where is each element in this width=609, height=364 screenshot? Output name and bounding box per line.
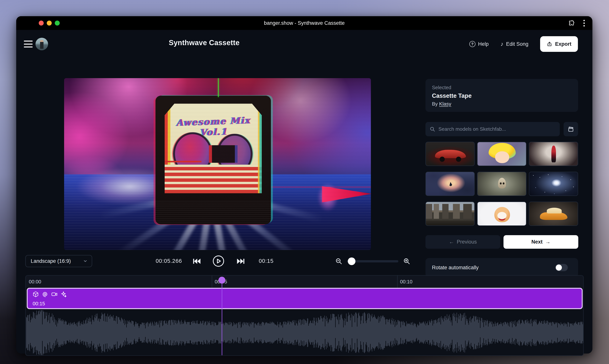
rewind-button[interactable] bbox=[193, 258, 201, 264]
window-title: banger.show - Synthwave Cassette bbox=[16, 16, 592, 30]
model-thumbnail[interactable] bbox=[477, 172, 526, 196]
clip-icons bbox=[32, 291, 67, 298]
model-thumbnail[interactable] bbox=[529, 202, 578, 226]
zoom-slider-knob[interactable] bbox=[348, 258, 355, 265]
arrow-left-icon: ← bbox=[449, 239, 454, 245]
rotate-label: Rotate automatically bbox=[432, 265, 479, 271]
selected-model-author: By Klasy bbox=[432, 101, 572, 107]
help-button[interactable]: ? Help bbox=[469, 41, 489, 47]
spiral-icon bbox=[42, 291, 48, 298]
selected-model-panel: Selected Cassette Tape By Klasy bbox=[426, 79, 578, 112]
fast-forward-button[interactable] bbox=[236, 258, 245, 264]
titlebar: banger.show - Synthwave Cassette bbox=[16, 16, 592, 30]
aspect-ratio-value: Landscape (16:9) bbox=[31, 258, 71, 264]
kebab-menu-icon[interactable] bbox=[583, 19, 585, 27]
timeline-clip[interactable]: 00:15 bbox=[27, 288, 583, 309]
export-label: Export bbox=[555, 41, 571, 47]
clip-duration: 00:15 bbox=[33, 301, 45, 307]
sparkles-icon bbox=[60, 291, 67, 298]
model-search-box[interactable] bbox=[426, 122, 560, 136]
selected-caption: Selected bbox=[432, 85, 572, 91]
model-thumbnail[interactable] bbox=[477, 142, 526, 166]
edit-song-label: Edit Song bbox=[506, 41, 528, 47]
extensions-puzzle-icon[interactable] bbox=[568, 20, 575, 26]
zoom-out-icon[interactable] bbox=[335, 258, 343, 265]
previous-label: Previous bbox=[457, 239, 477, 245]
playhead-line bbox=[222, 277, 222, 355]
ruler-tick bbox=[212, 275, 212, 288]
model-thumbnail[interactable] bbox=[529, 142, 578, 166]
model-thumbnail[interactable] bbox=[529, 172, 578, 196]
export-button[interactable]: Export bbox=[540, 36, 578, 52]
search-input[interactable] bbox=[438, 126, 555, 132]
model-thumbnail[interactable] bbox=[426, 172, 475, 196]
edit-song-button[interactable]: ♪ Edit Song bbox=[500, 41, 528, 47]
next-button[interactable]: Next → bbox=[503, 235, 578, 249]
cube-3d-icon bbox=[32, 291, 39, 298]
by-prefix: By bbox=[432, 101, 439, 107]
timeline-zoom-slider[interactable] bbox=[347, 260, 398, 262]
current-time: 00:05.266 bbox=[150, 258, 188, 264]
chevron-down-icon bbox=[83, 259, 88, 263]
model-thumbnail[interactable] bbox=[426, 142, 475, 166]
author-link[interactable]: Klasy bbox=[439, 101, 451, 107]
timeline-ruler[interactable]: 00:0000:0500:10 bbox=[26, 275, 583, 288]
share-export-icon bbox=[547, 41, 552, 47]
model-grid bbox=[426, 142, 578, 226]
ruler-tick bbox=[397, 275, 398, 288]
previous-button[interactable]: ← Previous bbox=[426, 235, 500, 249]
timeline[interactable]: 00:0000:0500:10 00:15 bbox=[25, 275, 584, 356]
clapperboard-button[interactable] bbox=[564, 122, 578, 136]
zoom-in-icon[interactable] bbox=[403, 258, 410, 265]
search-icon bbox=[430, 126, 435, 132]
app-window: banger.show - Synthwave Cassette Synthwa… bbox=[16, 16, 592, 353]
next-label: Next bbox=[531, 239, 543, 245]
clapperboard-icon bbox=[567, 126, 574, 133]
vignette-overlay bbox=[64, 78, 371, 250]
video-preview[interactable]: Awesome Mix Vol.1 bbox=[64, 78, 371, 250]
aspect-ratio-select[interactable]: Landscape (16:9) bbox=[25, 255, 92, 267]
duration-time: 00:15 bbox=[251, 258, 281, 264]
arrow-right-icon: → bbox=[545, 239, 550, 245]
play-button[interactable] bbox=[213, 255, 224, 267]
app-surface: Synthwave Cassette ? Help ♪ Edit Song Ex… bbox=[16, 30, 592, 353]
ruler-label: 00:00 bbox=[29, 279, 41, 285]
model-thumbnail[interactable] bbox=[477, 202, 526, 226]
video-camera-icon bbox=[51, 291, 58, 298]
rotate-panel: Rotate automatically bbox=[426, 258, 578, 277]
music-note-icon: ♪ bbox=[500, 41, 503, 47]
toggle-knob bbox=[556, 264, 562, 271]
help-label: Help bbox=[478, 41, 489, 47]
help-icon: ? bbox=[469, 41, 475, 47]
playhead-knob[interactable] bbox=[219, 277, 225, 284]
audio-waveform bbox=[26, 310, 584, 356]
selected-model-name: Cassette Tape bbox=[432, 92, 572, 99]
page-title: Synthwave Cassette bbox=[16, 39, 392, 47]
ruler-label: 00:10 bbox=[400, 279, 413, 285]
model-thumbnail[interactable] bbox=[426, 202, 475, 226]
rotate-toggle[interactable] bbox=[555, 264, 568, 271]
